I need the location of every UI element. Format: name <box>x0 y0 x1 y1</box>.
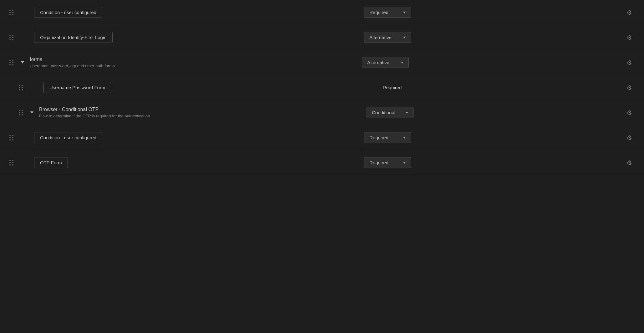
gear-icon: ⚙ <box>626 159 632 166</box>
requirement-dropdown-row-otp-form[interactable]: Required <box>364 157 411 168</box>
row-browser-otp: Browser - Conditional OTPFlow to determi… <box>0 100 644 125</box>
dropdown-arrow-icon <box>401 62 403 64</box>
name-cell-row-org-identity: Organization Identity-First Login <box>34 32 165 43</box>
name-subtext-row-browser-otp: Flow to determine if the OTP is required… <box>39 114 170 118</box>
row-condition-1: Condition - user configuredRequired⚙ <box>0 0 644 25</box>
dropdown-arrow-icon <box>406 112 408 114</box>
dropdown-cell-row-browser-otp: Conditional <box>170 107 610 118</box>
gear-icon: ⚙ <box>626 9 632 16</box>
flow-list: Condition - user configuredRequired⚙Orga… <box>0 0 644 175</box>
requirement-text-row-username-password: Required <box>175 85 610 90</box>
gear-cell-row-condition-1: ⚙ <box>610 8 635 18</box>
name-cell-row-condition-2: Condition - user configured <box>34 132 165 143</box>
drag-handle-row-forms[interactable] <box>9 60 14 65</box>
requirement-label-row-forms: Alternative <box>367 60 389 65</box>
name-cell-row-condition-1: Condition - user configured <box>34 7 165 18</box>
gear-cell-row-otp-form: ⚙ <box>610 158 635 168</box>
gear-icon: ⚙ <box>626 59 632 66</box>
gear-icon: ⚙ <box>626 109 632 116</box>
dropdown-cell-row-condition-1: Required <box>165 7 610 18</box>
settings-button-row-condition-2[interactable]: ⚙ <box>624 133 635 143</box>
dropdown-cell-row-org-identity: Alternative <box>165 32 610 43</box>
gear-cell-row-browser-otp: ⚙ <box>610 108 635 118</box>
chevron-down-icon <box>30 111 33 114</box>
name-box-row-condition-2: Condition - user configured <box>34 132 102 143</box>
gear-cell-row-username-password: ⚙ <box>610 83 635 93</box>
name-cell-row-otp-form: OTP Form <box>34 157 165 168</box>
row-otp-form: OTP FormRequired⚙ <box>0 150 644 175</box>
dropdown-cell-row-otp-form: Required <box>165 157 610 168</box>
requirement-dropdown-row-forms[interactable]: Alternative <box>362 57 409 68</box>
requirement-dropdown-row-browser-otp[interactable]: Conditional <box>367 107 413 118</box>
gear-icon: ⚙ <box>626 84 632 91</box>
name-box-row-condition-1: Condition - user configured <box>34 7 102 18</box>
requirement-label-row-condition-2: Required <box>369 135 388 140</box>
requirement-label-row-org-identity: Alternative <box>369 35 392 40</box>
gear-cell-row-forms: ⚙ <box>610 58 635 68</box>
chevron-btn-row-forms[interactable] <box>20 60 25 65</box>
drag-handle-row-otp-form[interactable] <box>9 160 14 166</box>
drag-handle-row-username-password[interactable] <box>19 85 23 90</box>
requirement-label-row-otp-form: Required <box>369 160 388 165</box>
requirement-dropdown-row-condition-1[interactable]: Required <box>364 7 411 18</box>
row-condition-2: Condition - user configuredRequired⚙ <box>0 125 644 150</box>
name-text-row-browser-otp: Browser - Conditional OTP <box>39 107 170 112</box>
drag-handle-row-condition-1[interactable] <box>9 10 14 15</box>
settings-button-row-org-identity[interactable]: ⚙ <box>624 33 635 43</box>
settings-button-row-otp-form[interactable]: ⚙ <box>624 158 635 168</box>
settings-button-row-condition-1[interactable]: ⚙ <box>624 8 635 18</box>
dropdown-arrow-icon <box>403 12 406 13</box>
name-cell-row-forms: formsUsername, password, otp and other a… <box>30 57 161 68</box>
row-username-password: Username Password FormRequired⚙ <box>0 75 644 100</box>
drag-handle-row-browser-otp[interactable] <box>19 110 23 115</box>
name-box-row-org-identity: Organization Identity-First Login <box>34 32 113 43</box>
dropdown-arrow-icon <box>403 137 406 139</box>
drag-handle-row-org-identity[interactable] <box>9 35 14 40</box>
name-box-row-otp-form: OTP Form <box>34 157 68 168</box>
requirement-label-row-browser-otp: Conditional <box>372 110 395 115</box>
gear-icon: ⚙ <box>626 134 632 141</box>
row-org-identity: Organization Identity-First LoginAlterna… <box>0 25 644 50</box>
gear-icon: ⚙ <box>626 34 632 41</box>
settings-button-row-forms[interactable]: ⚙ <box>624 58 635 68</box>
dropdown-arrow-icon <box>403 37 406 38</box>
name-box-row-username-password: Username Password Form <box>43 82 111 93</box>
chevron-btn-row-browser-otp[interactable] <box>29 110 35 115</box>
requirement-label-row-condition-1: Required <box>369 10 388 15</box>
dropdown-cell-row-forms: Alternative <box>161 57 610 68</box>
settings-button-row-username-password[interactable]: ⚙ <box>624 83 635 93</box>
dropdown-cell-row-condition-2: Required <box>165 132 610 143</box>
requirement-dropdown-row-org-identity[interactable]: Alternative <box>364 32 411 43</box>
drag-handle-row-condition-2[interactable] <box>9 135 14 141</box>
name-text-row-forms: forms <box>30 57 161 62</box>
requirement-dropdown-row-condition-2[interactable]: Required <box>364 132 411 143</box>
name-subtext-row-forms: Username, password, otp and other auth f… <box>30 64 161 68</box>
chevron-down-icon <box>21 61 24 64</box>
settings-button-row-browser-otp[interactable]: ⚙ <box>624 108 635 118</box>
name-cell-row-browser-otp: Browser - Conditional OTPFlow to determi… <box>39 107 170 118</box>
row-forms: formsUsername, password, otp and other a… <box>0 50 644 75</box>
name-cell-row-username-password: Username Password Form <box>43 82 175 93</box>
gear-cell-row-org-identity: ⚙ <box>610 33 635 43</box>
gear-cell-row-condition-2: ⚙ <box>610 133 635 143</box>
dropdown-arrow-icon <box>403 162 406 164</box>
